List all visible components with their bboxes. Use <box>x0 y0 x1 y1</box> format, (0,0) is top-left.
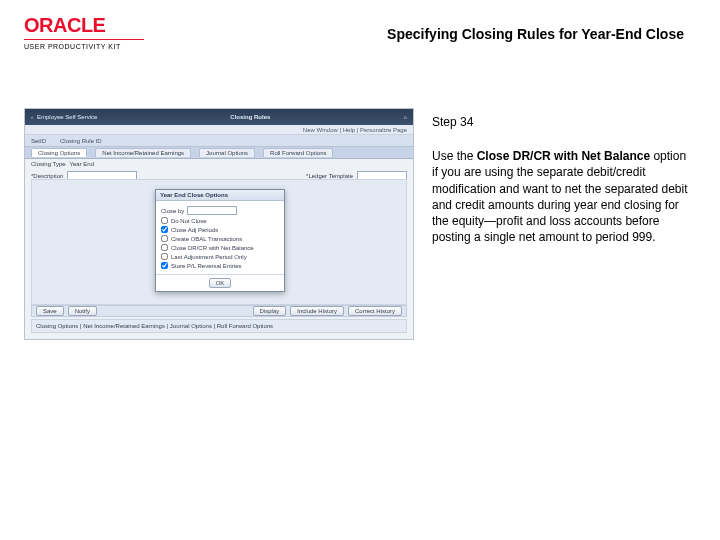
instr-a: Use the <box>432 149 477 163</box>
close-by-select[interactable] <box>187 206 237 215</box>
checkbox-do-not-close[interactable] <box>161 217 168 224</box>
ledger-template-label: *Ledger Template <box>306 173 353 179</box>
home-icon[interactable]: ⌂ <box>403 114 407 120</box>
upk-subtitle: USER PRODUCTIVITY KIT <box>24 43 144 50</box>
instruction-panel: Step 34 Use the Close DR/CR with Net Bal… <box>432 114 692 245</box>
instruction-text: Use the Close DR/CR with Net Balance opt… <box>432 148 692 245</box>
tabstrip: Closing Options Net Income/Retained Earn… <box>25 147 413 159</box>
closing-type-value: Year End <box>70 161 94 167</box>
instr-bold: Close DR/CR with Net Balance <box>477 149 650 163</box>
checkbox-last-adj[interactable] <box>161 253 168 260</box>
logo-rule <box>24 39 144 40</box>
app-topbar: ‹ Employee Self Service Closing Rules ⌂ <box>25 109 413 125</box>
topbar-left[interactable]: Employee Self Service <box>37 114 97 120</box>
tab-net-income[interactable]: Net Income/Retained Earnings <box>95 148 191 157</box>
tab-closing-options[interactable]: Closing Options <box>31 148 87 157</box>
opt-close-drcr: Close DR/CR with Net Balance <box>171 245 254 251</box>
setid-label: SetID <box>31 138 46 144</box>
tab-roll-forward[interactable]: Roll Forward Options <box>263 148 333 157</box>
embedded-screenshot: ‹ Employee Self Service Closing Rules ⌂ … <box>24 108 414 340</box>
brand-block: ORACLE USER PRODUCTIVITY KIT <box>24 14 144 50</box>
opt-last-adj: Last Adjustment Period Only <box>171 254 247 260</box>
step-label: Step 34 <box>432 114 692 130</box>
save-button[interactable]: Save <box>36 306 64 316</box>
checkbox-close-drcr[interactable] <box>161 244 168 251</box>
closing-type-label: Closing Type <box>31 161 66 167</box>
form-row-1: Closing Type Year End <box>25 159 413 169</box>
action-row: Save Notify Display Include History Corr… <box>31 305 407 317</box>
close-by-label: Close by <box>161 208 184 214</box>
include-history-button[interactable]: Include History <box>290 306 344 316</box>
checkbox-obal[interactable] <box>161 235 168 242</box>
closing-rule-id-label: Closing Rule ID <box>60 138 102 144</box>
dialog-title: Year End Close Options <box>156 190 284 201</box>
correct-history-button[interactable]: Correct History <box>348 306 402 316</box>
instr-b: option if you are using the separate deb… <box>432 149 688 244</box>
opt-store-pl: Store P/L Reversal Entries <box>171 263 241 269</box>
display-button[interactable]: Display <box>253 306 287 316</box>
opt-close-adj: Close Adj Periods <box>171 227 218 233</box>
tab-journal-options[interactable]: Journal Options <box>199 148 255 157</box>
back-icon[interactable]: ‹ <box>31 114 33 120</box>
notify-button[interactable]: Notify <box>68 306 97 316</box>
description-label: *Description <box>31 173 63 179</box>
id-strip: SetID Closing Rule ID <box>25 135 413 147</box>
checkbox-store-pl[interactable] <box>161 262 168 269</box>
dialog-footer: OK <box>156 274 284 291</box>
close-by-row: Close by <box>161 206 279 215</box>
dialog-body: Close by Do Not Close Close Adj Periods … <box>156 201 284 274</box>
year-end-options-dialog: Year End Close Options Close by Do Not C… <box>155 189 285 292</box>
bottom-links: Closing Options | Net Income/Retained Ea… <box>31 319 407 333</box>
opt-obal: Create OBAL Transactions <box>171 236 242 242</box>
opt-do-not-close: Do Not Close <box>171 218 207 224</box>
page-title: Specifying Closing Rules for Year-End Cl… <box>300 26 684 42</box>
dialog-ok-button[interactable]: OK <box>209 278 232 288</box>
subbar-links[interactable]: New Window | Help | Personalize Page <box>303 127 407 133</box>
subbar: New Window | Help | Personalize Page <box>25 125 413 135</box>
bottom-links-text[interactable]: Closing Options | Net Income/Retained Ea… <box>36 323 273 329</box>
topbar-title: Closing Rules <box>97 114 403 120</box>
checkbox-close-adj[interactable] <box>161 226 168 233</box>
oracle-logo: ORACLE <box>24 14 144 37</box>
